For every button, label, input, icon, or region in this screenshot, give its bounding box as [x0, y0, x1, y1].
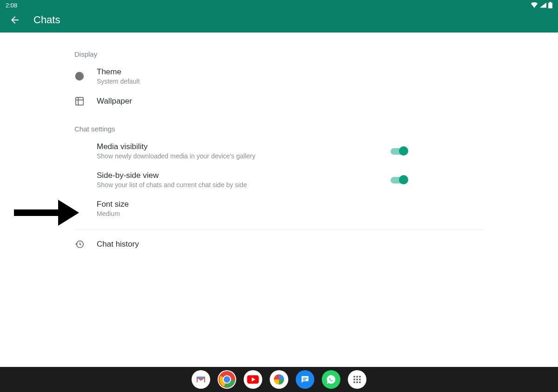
svg-rect-13 — [303, 378, 307, 379]
svg-point-16 — [356, 376, 358, 378]
screen: 2:08 Chats Display Theme System default — [0, 0, 558, 392]
apps-grid-icon — [352, 375, 362, 384]
wallpaper-title: Wallpaper — [97, 97, 400, 106]
sidebyside-desc: Show your list of chats and current chat… — [97, 181, 400, 189]
media-title: Media visibility — [97, 142, 400, 151]
app-bar: 2:08 Chats — [0, 0, 558, 33]
dock-chrome[interactable] — [218, 370, 236, 389]
arrow-left-icon — [9, 14, 20, 26]
toggle-knob — [399, 146, 408, 156]
divider — [74, 229, 484, 230]
section-label-display: Display — [74, 50, 558, 58]
dock-photos[interactable] — [270, 370, 288, 389]
whatsapp-icon — [326, 374, 336, 385]
back-button[interactable] — [9, 14, 20, 26]
svg-point-15 — [353, 376, 355, 378]
dock-messages[interactable] — [296, 370, 314, 389]
theme-value: System default — [97, 78, 400, 85]
section-label-chat: Chat settings — [74, 125, 558, 133]
sidebyside-toggle[interactable] — [391, 175, 409, 185]
svg-rect-0 — [548, 3, 552, 8]
messages-icon — [300, 374, 310, 385]
font-title: Font size — [97, 200, 400, 209]
wifi-icon — [531, 2, 538, 8]
row-media-visibility[interactable]: Media visibility Show newly downloaded m… — [74, 137, 484, 165]
row-side-by-side[interactable]: Side-by-side view Show your list of chat… — [74, 165, 484, 194]
dock — [0, 367, 558, 392]
svg-marker-6 — [58, 200, 79, 226]
svg-point-20 — [359, 379, 361, 380]
history-icon — [74, 239, 97, 249]
content: Display Theme System default Wallpaper C… — [0, 33, 558, 392]
theme-title: Theme — [97, 67, 400, 77]
dock-gmail[interactable] — [192, 370, 210, 389]
signal-icon — [540, 2, 546, 8]
wallpaper-icon — [74, 96, 97, 106]
svg-rect-1 — [550, 2, 551, 3]
row-font-size[interactable]: Font size Medium — [74, 194, 484, 223]
youtube-icon — [247, 375, 259, 384]
toggle-knob — [399, 175, 408, 184]
row-chat-history[interactable]: Chat history — [74, 234, 484, 255]
svg-point-19 — [356, 379, 358, 380]
dock-apps[interactable] — [348, 370, 366, 389]
status-bar: 2:08 — [0, 0, 558, 10]
title-bar: Chats — [0, 10, 558, 33]
chrome-icon — [218, 370, 236, 389]
status-icons — [531, 2, 552, 8]
svg-point-21 — [353, 381, 355, 383]
svg-point-23 — [359, 381, 361, 383]
row-wallpaper[interactable]: Wallpaper — [74, 91, 484, 112]
svg-point-10 — [224, 376, 230, 383]
dock-youtube[interactable] — [244, 370, 262, 389]
sidebyside-title: Side-by-side view — [97, 171, 400, 180]
media-desc: Show newly downloaded media in your devi… — [97, 152, 400, 160]
theme-icon — [74, 71, 97, 81]
battery-icon — [548, 2, 552, 8]
svg-point-22 — [356, 381, 358, 383]
media-toggle[interactable] — [391, 146, 409, 156]
row-theme[interactable]: Theme System default — [74, 62, 484, 91]
dock-whatsapp[interactable] — [322, 370, 340, 389]
font-value: Medium — [97, 210, 400, 217]
svg-point-18 — [353, 379, 355, 380]
history-title: Chat history — [97, 240, 400, 249]
photos-icon — [273, 373, 285, 385]
svg-point-17 — [359, 376, 361, 378]
svg-rect-14 — [303, 379, 306, 380]
gmail-icon — [196, 376, 206, 383]
svg-rect-3 — [76, 98, 84, 105]
page-title: Chats — [33, 14, 60, 26]
annotation-arrow-icon — [14, 196, 79, 229]
status-time: 2:08 — [6, 2, 17, 9]
